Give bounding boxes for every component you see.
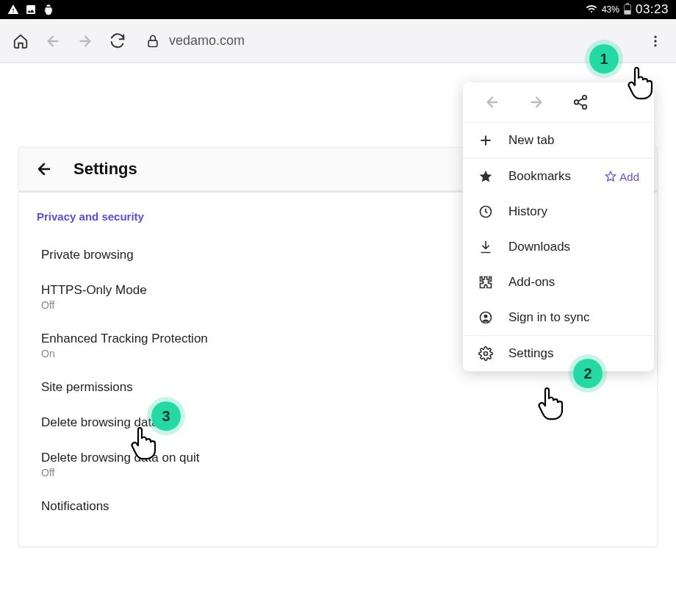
setting-notifications[interactable]: Notifications — [37, 489, 639, 524]
menu-history-label: History — [508, 204, 547, 219]
puzzle-icon — [478, 275, 494, 290]
callout-badge-1: 1 — [589, 44, 619, 74]
settings-back-icon[interactable] — [35, 160, 53, 178]
bookmark-add-button[interactable]: Add — [605, 171, 639, 183]
svg-point-6 — [583, 105, 587, 110]
menu-addons[interactable]: Add-ons — [463, 265, 654, 300]
svg-point-2 — [654, 40, 656, 42]
menu-new-tab-label: New tab — [508, 133, 554, 148]
menu-settings-label: Settings — [508, 346, 553, 361]
menu-downloads[interactable]: Downloads — [463, 229, 654, 265]
setting-delete-on-quit[interactable]: Delete browsing data on quit Off — [37, 440, 639, 489]
menu-forward-icon[interactable] — [528, 94, 544, 110]
url-text[interactable]: vedamo.com — [169, 33, 245, 49]
browser-toolbar: vedamo.com — [0, 19, 676, 63]
star-filled-icon — [478, 169, 494, 184]
clock-icon — [478, 204, 494, 219]
pointer-hand-icon — [625, 65, 657, 100]
battery-percent: 43% — [602, 4, 619, 15]
battery-icon — [624, 4, 631, 15]
android-status-bar: 43% 03:23 — [0, 0, 676, 19]
callout-badge-2: 2 — [573, 359, 603, 388]
svg-point-1 — [654, 35, 656, 37]
pointer-hand-icon — [535, 385, 567, 420]
lock-icon[interactable] — [144, 32, 162, 50]
svg-point-10 — [484, 352, 488, 356]
menu-signin-label: Sign in to sync — [508, 310, 590, 325]
wifi-icon — [586, 4, 597, 15]
svg-rect-0 — [148, 40, 157, 46]
svg-point-4 — [583, 96, 587, 100]
warning-icon — [7, 4, 19, 15]
menu-bookmarks-label: Bookmarks — [508, 169, 571, 184]
menu-bookmarks[interactable]: Bookmarks Add — [463, 159, 654, 194]
clock: 03:23 — [636, 2, 669, 17]
share-icon[interactable] — [572, 94, 589, 110]
debug-icon — [43, 4, 54, 15]
reload-icon[interactable] — [109, 32, 126, 50]
svg-point-9 — [484, 315, 488, 318]
menu-downloads-label: Downloads — [508, 240, 570, 254]
svg-point-5 — [575, 100, 579, 104]
gear-icon — [478, 346, 494, 361]
plus-icon — [478, 133, 494, 148]
settings-title: Settings — [73, 160, 137, 179]
nav-back-icon[interactable] — [44, 32, 62, 50]
pointer-hand-icon — [128, 425, 160, 460]
menu-settings[interactable]: Settings — [463, 336, 654, 371]
menu-addons-label: Add-ons — [508, 275, 555, 290]
overflow-menu-button[interactable] — [647, 32, 664, 50]
nav-forward-icon[interactable] — [76, 32, 94, 50]
home-icon[interactable] — [12, 32, 29, 50]
svg-point-3 — [654, 44, 656, 46]
menu-new-tab[interactable]: New tab — [463, 123, 654, 158]
menu-history[interactable]: History — [463, 194, 654, 229]
download-icon — [478, 240, 494, 254]
overflow-menu: New tab Bookmarks Add History Downloads … — [463, 82, 654, 371]
menu-signin[interactable]: Sign in to sync — [463, 300, 654, 335]
account-icon — [478, 310, 494, 325]
image-icon — [25, 4, 37, 15]
menu-back-icon[interactable] — [484, 94, 500, 110]
